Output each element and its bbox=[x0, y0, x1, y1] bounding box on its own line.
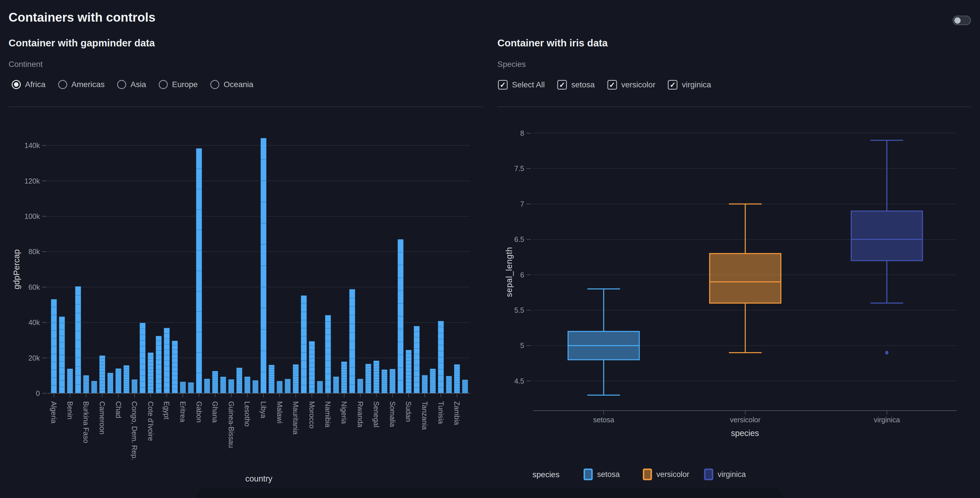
x-tick-label: Libya bbox=[259, 401, 267, 418]
legend-label: setosa bbox=[597, 470, 620, 479]
theme-toggle-switch[interactable] bbox=[953, 16, 971, 25]
x-tick-label: Malawi bbox=[276, 401, 284, 423]
x-tick-label: Tunisia bbox=[437, 401, 445, 424]
x-tick-label: Ghana bbox=[211, 401, 219, 423]
box-virginica bbox=[851, 211, 923, 261]
radio-circle-icon bbox=[58, 80, 67, 89]
continent-label: Continent bbox=[8, 60, 43, 69]
legend-swatch-virginica bbox=[705, 469, 713, 479]
y-tick-label: 4.5 bbox=[514, 377, 524, 385]
x-tick-label: Nigeria bbox=[340, 401, 348, 424]
radio-oceania[interactable]: Oceania bbox=[210, 80, 253, 89]
x-tick-label: Cameroon bbox=[98, 401, 106, 435]
x-axis-title: country bbox=[245, 474, 273, 483]
x-tick-label: Mauritania bbox=[292, 401, 300, 435]
iris-box-plot[interactable]: 4.555.566.577.58setosaversicolorvirginic… bbox=[497, 119, 980, 498]
y-tick-label: 5.5 bbox=[514, 306, 524, 314]
radio-americas[interactable]: Americas bbox=[58, 80, 105, 89]
legend-label: virginica bbox=[718, 470, 746, 479]
y-tick-label: 60k bbox=[29, 283, 40, 291]
x-tick-label: Benin bbox=[66, 401, 74, 419]
x-tick-label: Zambia bbox=[453, 401, 461, 425]
y-tick-label: 6 bbox=[520, 271, 524, 279]
x-tick-label: Lesotho bbox=[243, 401, 251, 427]
y-tick-label: 0 bbox=[36, 389, 40, 397]
radio-circle-icon bbox=[210, 80, 220, 89]
checkbox-select-all[interactable]: ✓ Select All bbox=[498, 80, 545, 90]
y-tick-label: 20k bbox=[29, 354, 40, 362]
radio-label: Africa bbox=[25, 80, 46, 89]
x-tick-label: Congo, Dem. Rep. bbox=[130, 401, 138, 460]
x-tick-label: setosa bbox=[593, 416, 614, 424]
x-tick-label: Gabon bbox=[195, 401, 203, 423]
x-tick-label: Sudan bbox=[404, 401, 412, 422]
next-container-edge bbox=[197, 488, 782, 498]
legend-swatch-versicolor bbox=[644, 469, 651, 479]
checkbox-check-icon: ✓ bbox=[608, 80, 617, 90]
box-versicolor bbox=[710, 254, 781, 303]
x-tick-label: Algeria bbox=[50, 401, 58, 423]
y-tick-label: 40k bbox=[29, 319, 40, 327]
theme-toggle-knob bbox=[955, 17, 961, 24]
x-tick-label: Chad bbox=[115, 401, 123, 418]
y-tick-label: 100k bbox=[24, 212, 40, 220]
y-tick-label: 5 bbox=[520, 341, 524, 349]
checkbox-label: virginica bbox=[682, 80, 711, 89]
y-axis-title: sepal_length bbox=[504, 247, 514, 297]
checkbox-label: setosa bbox=[571, 80, 595, 89]
x-tick-label: versicolor bbox=[730, 416, 760, 424]
x-axis-title: species bbox=[731, 428, 759, 438]
x-tick-label: Senegal bbox=[372, 401, 380, 427]
radio-label: Oceania bbox=[224, 80, 253, 89]
radio-label: Asia bbox=[130, 80, 146, 89]
divider bbox=[497, 106, 972, 107]
legend-title: species bbox=[533, 470, 560, 479]
x-tick-label: virginica bbox=[874, 416, 900, 424]
y-tick-label: 140k bbox=[24, 141, 40, 149]
checkbox-versicolor[interactable]: ✓ versicolor bbox=[608, 80, 655, 90]
iris-container-title: Container with iris data bbox=[497, 37, 608, 49]
radio-europe[interactable]: Europe bbox=[159, 80, 198, 89]
legend-swatch-setosa bbox=[584, 469, 592, 479]
x-tick-label: Tanzania bbox=[421, 401, 429, 430]
x-tick-label: Somalia bbox=[388, 401, 396, 427]
checkbox-check-icon: ✓ bbox=[668, 80, 678, 90]
x-tick-label: Rwanda bbox=[356, 401, 364, 427]
x-tick-label: Cote d'Ivoire bbox=[147, 401, 155, 441]
x-tick-label: Namibia bbox=[324, 401, 332, 427]
y-tick-label: 8 bbox=[520, 129, 524, 137]
species-label: Species bbox=[497, 60, 526, 69]
outlier-point bbox=[885, 351, 889, 355]
checkbox-label: versicolor bbox=[621, 80, 655, 89]
checkbox-check-icon: ✓ bbox=[498, 80, 508, 90]
x-tick-label: Burkina Faso bbox=[82, 401, 90, 443]
gapminder-bar-chart[interactable]: 020k40k60k80k100k120k140kAlgeriaBeninBur… bbox=[8, 119, 484, 498]
checkbox-check-icon: ✓ bbox=[557, 80, 567, 90]
checkbox-virginica[interactable]: ✓ virginica bbox=[668, 80, 711, 90]
y-tick-label: 120k bbox=[24, 177, 40, 185]
y-tick-label: 6.5 bbox=[514, 235, 524, 243]
checkbox-label: Select All bbox=[512, 80, 545, 89]
x-tick-label: Guinea-Bissau bbox=[228, 401, 235, 448]
x-tick-label: Eritrea bbox=[179, 401, 187, 422]
radio-asia[interactable]: Asia bbox=[117, 80, 146, 89]
divider bbox=[8, 106, 484, 107]
radio-label: Europe bbox=[172, 80, 198, 89]
radio-africa[interactable]: Africa bbox=[12, 80, 46, 89]
gapminder-container-title: Container with gapminder data bbox=[8, 37, 155, 49]
continent-radio-group: Africa Americas Asia Europe Oceania bbox=[12, 80, 253, 89]
y-tick-label: 7 bbox=[520, 200, 524, 208]
radio-label: Americas bbox=[72, 80, 105, 89]
species-checkbox-group: ✓ Select All ✓ setosa ✓ versicolor ✓ vir… bbox=[498, 80, 711, 90]
checkbox-setosa[interactable]: ✓ setosa bbox=[557, 80, 595, 90]
y-tick-label: 7.5 bbox=[514, 165, 524, 173]
x-tick-label: Egypt bbox=[163, 401, 171, 419]
y-tick-label: 80k bbox=[29, 247, 40, 255]
page-title: Containers with controls bbox=[8, 10, 156, 24]
radio-circle-icon bbox=[159, 80, 168, 89]
y-axis-title: gdpPercap bbox=[12, 249, 21, 289]
x-tick-label: Morocco bbox=[308, 401, 316, 428]
radio-circle-icon bbox=[117, 80, 126, 89]
radio-circle-icon bbox=[12, 80, 21, 89]
legend-label: versicolor bbox=[656, 470, 689, 479]
